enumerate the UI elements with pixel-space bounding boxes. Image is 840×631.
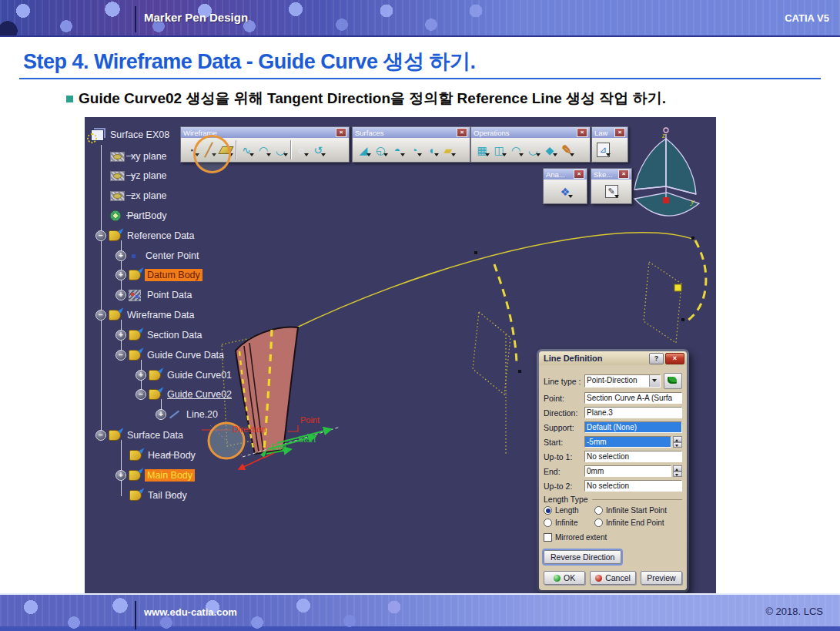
circle-tool-icon[interactable]: ○ — [293, 140, 310, 159]
close-icon[interactable]: × — [457, 128, 467, 137]
expand-badge[interactable] — [115, 270, 126, 280]
plane-icon — [110, 171, 125, 181]
toolbar-title: Ske... — [594, 170, 612, 179]
tree-item-reference-data[interactable]: Reference Data — [95, 229, 197, 243]
expand-badge[interactable] — [115, 470, 126, 481]
website-link[interactable]: www.edu-catia.com — [144, 606, 237, 618]
plane-icon — [110, 191, 125, 201]
close-icon[interactable]: × — [336, 128, 346, 137]
extract-tool-icon[interactable]: ◆ — [541, 140, 558, 159]
expand-badge[interactable] — [156, 409, 166, 420]
expand-badge[interactable] — [115, 250, 126, 261]
end-field[interactable] — [584, 465, 671, 477]
expand-badge[interactable] — [136, 370, 146, 381]
direction-field[interactable] — [584, 407, 682, 418]
close-icon[interactable]: × — [614, 128, 625, 137]
toolbar-title: Operations — [474, 129, 509, 137]
footer-divider — [135, 601, 136, 629]
tree-item-guide-curve01[interactable]: Guide Curve01 — [136, 368, 234, 382]
surface-model — [236, 327, 298, 454]
spline-tool-icon[interactable]: ∿ — [238, 140, 255, 159]
tree-item-guide-curve-data[interactable]: Guide Curve Data — [115, 348, 226, 362]
upto1-field[interactable] — [584, 451, 682, 462]
boundary-tool-icon[interactable]: ◡ — [524, 140, 541, 159]
collapse-badge[interactable] — [95, 310, 106, 321]
help-button[interactable]: ? — [649, 353, 664, 364]
context-stacking-icon[interactable] — [664, 373, 682, 389]
dotted-plane-mid — [473, 312, 510, 394]
dotted-plane-right — [644, 262, 681, 343]
radio-infinite-end-point[interactable]: Infinite End Point — [594, 519, 682, 527]
upto2-field[interactable] — [584, 480, 682, 492]
tree-item-center-point[interactable]: Center Point — [115, 249, 201, 263]
tree-item-zx-plane[interactable]: zx plane — [110, 189, 169, 203]
upto1-label: Up-to 1: — [544, 452, 584, 462]
radio-length[interactable]: Length — [544, 506, 594, 515]
close-button[interactable]: × — [665, 353, 684, 364]
tree-item-line20[interactable]: Line.20 — [156, 408, 220, 421]
tree-item-partbody[interactable]: PartBody — [110, 209, 169, 223]
dialog-titlebar[interactable]: Line Definition ? × — [539, 351, 687, 365]
tree-item-tail-body[interactable]: Tail Body — [129, 488, 189, 502]
collapse-badge[interactable] — [136, 389, 146, 400]
reverse-direction-button[interactable]: Reverse Direction — [544, 550, 621, 564]
fillet-tool-icon[interactable]: ✎ — [558, 140, 575, 159]
collapse-badge[interactable] — [95, 430, 106, 441]
collapse-badge[interactable] — [95, 230, 106, 241]
revolve-tool-icon[interactable]: ◵ — [372, 140, 389, 159]
start-stepper[interactable] — [673, 436, 682, 448]
ok-button[interactable]: OK — [544, 571, 585, 585]
catia-viewport[interactable]: Direction Point Start End x y z — [85, 117, 716, 593]
chevron-down-icon[interactable] — [649, 375, 660, 387]
body-icon — [129, 450, 142, 461]
body-icon — [149, 389, 161, 400]
tree-item-surface-ex08[interactable]: Surface EX08 — [91, 128, 172, 142]
mirrored-extent-checkbox[interactable]: Mirrored extent — [544, 533, 607, 542]
copyright-label: © 2018. LCS — [765, 606, 823, 617]
tree-item-section-data[interactable]: Section Data — [115, 328, 205, 342]
join-tool-icon[interactable]: ▦ — [474, 140, 490, 159]
fill-tool-icon[interactable]: ▰ — [440, 140, 457, 159]
expand-badge[interactable] — [115, 290, 126, 300]
split-tool-icon[interactable]: ◫ — [490, 140, 507, 159]
radio-infinite[interactable]: Infinite — [544, 519, 594, 527]
tree-item-yz-plane[interactable]: yz plane — [110, 169, 169, 183]
tree-item-wireframe-data[interactable]: Wireframe Data — [95, 308, 197, 322]
law-tool-icon[interactable]: ⊿ — [594, 140, 611, 159]
close-icon[interactable]: × — [577, 128, 587, 137]
conic-tool-icon[interactable]: ↺ — [310, 140, 326, 159]
sketcher-toolbar: Ske...× ✎ — [591, 168, 632, 204]
offset-tool-icon[interactable]: ◔ — [406, 140, 423, 159]
close-icon[interactable]: × — [618, 169, 629, 179]
support-field[interactable] — [584, 421, 682, 433]
point-field[interactable] — [584, 392, 682, 404]
footer-banner: www.edu-catia.com © 2018. LCS — [0, 593, 840, 631]
sphere-tool-icon[interactable]: ◓ — [389, 140, 406, 159]
sweep-tool-icon[interactable]: ◖ — [423, 140, 440, 159]
line-type-select[interactable]: Point-Direction — [584, 374, 661, 388]
end-stepper[interactable] — [673, 465, 682, 477]
start-field[interactable] — [584, 436, 671, 448]
cancel-button[interactable]: Cancel — [590, 571, 636, 585]
tree-item-surface-data[interactable]: Surface Data — [95, 428, 186, 442]
tree-item-point-data[interactable]: Point Data — [115, 288, 194, 302]
body-icon — [129, 350, 141, 361]
sketch-tool-icon[interactable]: ✎ — [603, 182, 620, 201]
close-icon[interactable]: × — [574, 169, 584, 179]
intersection-tool-icon[interactable]: ◡ — [272, 140, 289, 159]
curvature-analysis-icon[interactable]: ❖ — [557, 182, 574, 201]
tree-item-xy-plane[interactable]: xy plane — [110, 149, 169, 163]
dashed-curve-right — [685, 240, 706, 322]
preview-button[interactable]: Preview — [641, 571, 682, 585]
tree-item-head-body[interactable]: Head Body — [129, 448, 198, 462]
compass — [634, 128, 699, 216]
tree-item-guide-curve02[interactable]: Guide Curve02 — [136, 388, 234, 401]
radio-infinite-start-point[interactable]: Infinite Start Point — [594, 506, 682, 515]
extrude-tool-icon[interactable]: ◢ — [355, 140, 372, 159]
expand-badge[interactable] — [115, 330, 126, 341]
tree-item-main-body[interactable]: Main Body — [115, 468, 195, 482]
trim-tool-icon[interactable]: ◠ — [507, 140, 524, 159]
projection-tool-icon[interactable]: ◠ — [255, 140, 272, 159]
collapse-badge[interactable] — [115, 350, 126, 361]
tree-item-datum-body[interactable]: Datum Body — [115, 268, 202, 282]
